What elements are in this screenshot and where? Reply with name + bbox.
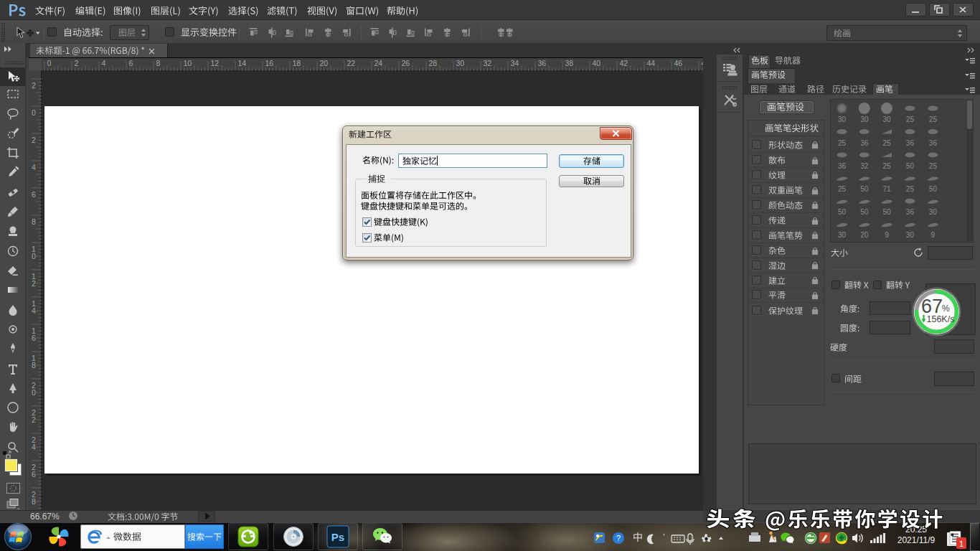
- svg-text:0: 0: [47, 59, 52, 67]
- svg-text:36: 36: [538, 59, 547, 67]
- svg-text:32: 32: [484, 59, 492, 67]
- svg-text:25: 25: [882, 139, 891, 147]
- svg-text:0: 0: [32, 252, 36, 260]
- svg-text:1: 1: [959, 540, 963, 548]
- svg-text:36: 36: [860, 139, 869, 147]
- svg-text:30: 30: [456, 59, 465, 67]
- svg-text:8: 8: [32, 497, 36, 506]
- svg-text:34: 34: [511, 59, 519, 67]
- svg-text:8: 8: [32, 217, 36, 226]
- svg-text:30: 30: [838, 231, 847, 239]
- svg-text:14: 14: [238, 59, 247, 67]
- svg-text:Ps: Ps: [331, 531, 344, 543]
- svg-text:36: 36: [929, 139, 938, 147]
- svg-text:4: 4: [102, 59, 106, 67]
- svg-text:25: 25: [906, 116, 915, 123]
- svg-text:0: 0: [32, 388, 36, 397]
- svg-text:25: 25: [838, 139, 847, 147]
- svg-text:50: 50: [882, 208, 891, 216]
- svg-text:2: 2: [32, 415, 36, 424]
- svg-text:%: %: [942, 303, 950, 314]
- svg-text:50: 50: [929, 185, 938, 193]
- svg-text:36: 36: [906, 208, 915, 216]
- svg-text:156K/s: 156K/s: [927, 314, 955, 324]
- svg-text:6: 6: [129, 59, 133, 67]
- svg-text:6: 6: [32, 190, 36, 199]
- svg-text:2: 2: [32, 136, 36, 144]
- svg-text:6: 6: [32, 334, 36, 342]
- svg-text:8: 8: [32, 361, 36, 369]
- svg-text:9: 9: [931, 231, 936, 239]
- svg-text:24: 24: [374, 59, 383, 67]
- svg-text:30: 30: [860, 116, 869, 123]
- svg-text:50: 50: [838, 208, 847, 216]
- svg-text:?: ?: [616, 534, 621, 542]
- svg-text:36: 36: [838, 162, 847, 170]
- svg-text:71: 71: [882, 185, 891, 193]
- svg-text:30: 30: [929, 208, 938, 216]
- svg-text:’: ’: [663, 532, 665, 542]
- svg-text:38: 38: [565, 59, 574, 67]
- svg-text:2: 2: [75, 59, 79, 67]
- svg-text:50: 50: [860, 185, 869, 193]
- svg-text:4: 4: [32, 163, 36, 171]
- svg-text:32: 32: [860, 162, 869, 170]
- svg-text:50: 50: [860, 208, 869, 216]
- svg-text:12: 12: [211, 59, 220, 67]
- svg-text:2: 2: [32, 81, 36, 90]
- svg-text:30: 30: [882, 116, 891, 123]
- svg-text:20: 20: [860, 231, 869, 239]
- svg-text:18: 18: [293, 59, 301, 67]
- svg-text:20: 20: [320, 59, 329, 67]
- svg-text:16: 16: [265, 59, 274, 67]
- svg-text:9: 9: [885, 231, 889, 239]
- svg-text:36: 36: [906, 139, 915, 147]
- svg-text:25: 25: [929, 116, 938, 123]
- svg-text:8: 8: [156, 59, 161, 67]
- svg-text:30: 30: [838, 116, 847, 123]
- svg-text:44: 44: [647, 59, 656, 67]
- svg-text:25: 25: [929, 162, 938, 170]
- svg-text:42: 42: [620, 59, 628, 67]
- svg-text:4: 4: [32, 443, 36, 451]
- svg-text:46: 46: [674, 59, 683, 67]
- svg-text:50: 50: [906, 162, 915, 170]
- svg-text:10: 10: [184, 59, 192, 67]
- svg-text:2: 2: [32, 279, 36, 288]
- svg-text:22: 22: [347, 59, 356, 67]
- svg-text:26: 26: [402, 59, 410, 67]
- svg-text:6: 6: [32, 470, 36, 479]
- svg-text:40: 40: [593, 59, 601, 67]
- svg-text:25: 25: [882, 162, 891, 170]
- svg-text:30: 30: [906, 231, 915, 239]
- svg-text:4: 4: [32, 306, 36, 315]
- svg-text:28: 28: [429, 59, 438, 67]
- svg-text:0: 0: [32, 108, 36, 117]
- svg-text:25: 25: [906, 185, 915, 193]
- svg-text:25: 25: [838, 185, 847, 193]
